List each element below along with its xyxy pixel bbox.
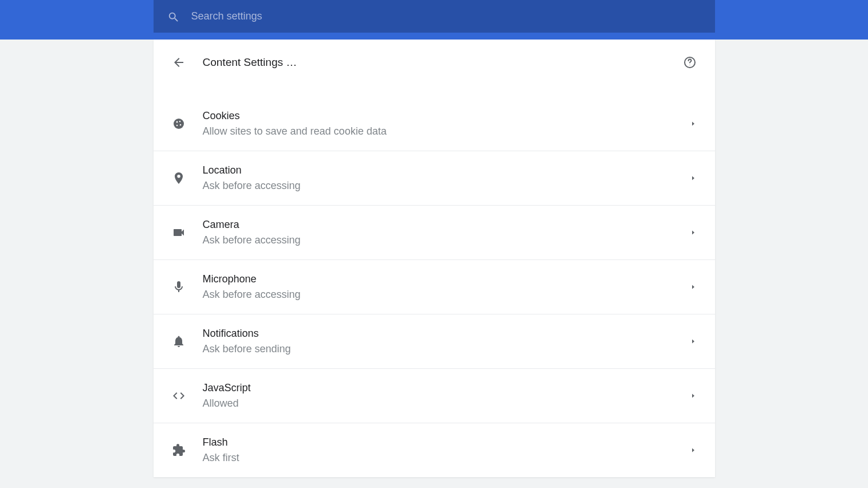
setting-text: CookiesAllow sites to save and read cook…	[203, 108, 690, 139]
setting-title: Cookies	[203, 108, 690, 124]
setting-title: JavaScript	[203, 380, 690, 396]
search-icon	[167, 11, 179, 22]
bell-icon	[172, 334, 186, 348]
setting-row-microphone[interactable]: MicrophoneAsk before accessing	[154, 259, 715, 314]
page-title: Content Settings …	[203, 56, 683, 69]
help-button[interactable]	[683, 56, 697, 69]
setting-title: Flash	[203, 435, 690, 450]
setting-title: Notifications	[203, 326, 690, 341]
code-icon	[172, 389, 186, 403]
setting-text: FlashAsk first	[203, 435, 690, 466]
chevron-right-icon	[690, 284, 697, 290]
mic-icon	[172, 280, 186, 294]
chevron-right-icon	[690, 447, 697, 454]
setting-row-notifications[interactable]: NotificationsAsk before sending	[154, 314, 715, 368]
chevron-right-icon	[690, 175, 697, 182]
panel-header: Content Settings …	[154, 40, 715, 85]
chevron-right-icon	[690, 338, 697, 345]
setting-subtitle: Ask before sending	[203, 341, 690, 357]
setting-title: Microphone	[203, 271, 690, 287]
settings-panel: Content Settings … CookiesAllow sites to…	[154, 40, 715, 477]
setting-title: Location	[203, 163, 690, 178]
setting-subtitle: Allowed	[203, 396, 690, 411]
setting-subtitle: Ask before accessing	[203, 233, 690, 248]
setting-title: Camera	[203, 217, 690, 233]
setting-row-cookies[interactable]: CookiesAllow sites to save and read cook…	[154, 97, 715, 151]
setting-text: NotificationsAsk before sending	[203, 326, 690, 357]
setting-row-javascript[interactable]: JavaScriptAllowed	[154, 368, 715, 423]
setting-subtitle: Ask before accessing	[203, 287, 690, 302]
setting-text: CameraAsk before accessing	[203, 217, 690, 248]
setting-text: JavaScriptAllowed	[203, 380, 690, 411]
setting-text: LocationAsk before accessing	[203, 163, 690, 194]
location-icon	[172, 171, 186, 185]
search-bar[interactable]	[154, 0, 715, 33]
camera-icon	[172, 226, 186, 239]
setting-text: MicrophoneAsk before accessing	[203, 271, 690, 302]
setting-row-flash[interactable]: FlashAsk first	[154, 423, 715, 477]
setting-subtitle: Allow sites to save and read cookie data	[203, 124, 690, 139]
settings-list: CookiesAllow sites to save and read cook…	[154, 85, 715, 477]
puzzle-icon	[172, 443, 186, 457]
setting-row-location[interactable]: LocationAsk before accessing	[154, 151, 715, 205]
chevron-right-icon	[690, 229, 697, 236]
setting-subtitle: Ask first	[203, 450, 690, 466]
setting-row-camera[interactable]: CameraAsk before accessing	[154, 205, 715, 259]
cookie-icon	[172, 117, 186, 131]
chevron-right-icon	[690, 392, 697, 399]
back-button[interactable]	[172, 56, 186, 69]
svg-point-1	[689, 65, 690, 65]
search-input[interactable]	[191, 10, 701, 22]
top-bar	[0, 0, 868, 40]
chevron-right-icon	[690, 120, 697, 127]
setting-subtitle: Ask before accessing	[203, 178, 690, 194]
